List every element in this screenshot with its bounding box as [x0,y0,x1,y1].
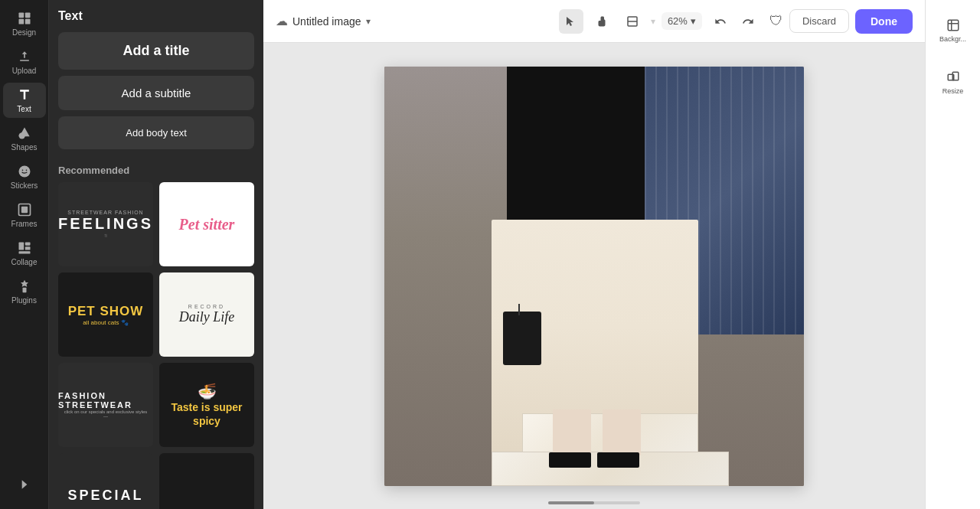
plugins-icon [17,279,32,294]
expand-icon [17,477,32,492]
cursor-tool-button[interactable] [559,9,583,34]
text-panel-icon [17,87,32,103]
sidebar-item-shapes-label: Shapes [11,143,38,152]
discard-button[interactable]: Discard [789,9,849,33]
cursor-icon [565,15,577,28]
svg-rect-1 [24,13,30,18]
design-icon [17,11,32,26]
svg-rect-12 [24,243,30,246]
toolbar-center: ▾ 62% ▾ [559,9,760,34]
hand-tool-button[interactable] [590,9,614,34]
svg-rect-2 [18,19,24,24]
toolbar-right: 🛡 Discard Done [769,9,913,34]
svg-point-7 [21,170,23,171]
frames-icon [17,202,32,217]
shield-icon: 🛡 [769,13,783,29]
template-card-dailylife[interactable]: RECORD Daily Life [159,272,254,357]
sidebar-item-text[interactable]: Text [3,83,46,118]
undo-redo-group [708,9,760,34]
template-card-feelings[interactable]: streetwear fashion FEELINGS ◾ [58,182,153,266]
svg-rect-13 [24,246,30,250]
add-title-button[interactable]: Add a title [58,32,254,70]
zoom-control[interactable]: 62% ▾ [662,12,702,30]
svg-rect-10 [21,207,27,213]
file-name: Untitled image [292,15,361,28]
file-dropdown-chevron[interactable]: ▾ [366,16,371,27]
zoom-level: 62% [668,15,688,27]
sidebar-item-collage[interactable]: Collage [3,236,46,271]
grid-tool-button[interactable] [620,9,645,34]
toolbar-divider: ▾ [651,16,655,27]
redo-button[interactable] [736,9,760,34]
svg-marker-16 [567,17,573,26]
svg-point-6 [18,166,30,178]
right-panel: Backgr... Resize [925,0,980,509]
undo-button[interactable] [708,9,733,34]
add-body-button[interactable]: Add body text [58,116,254,149]
main-area: ☁ Untitled image ▾ ▾ [263,0,925,509]
sidebar-expand-button[interactable] [3,472,46,497]
text-panel-title: Text [58,9,254,23]
grid-icon [626,15,639,28]
svg-point-8 [25,170,27,171]
svg-rect-3 [24,19,30,24]
sidebar: Design Upload Text Shapes Stickers [0,0,49,509]
sidebar-item-plugins[interactable]: Plugins [3,274,46,309]
sidebar-item-design-label: Design [12,28,36,37]
sidebar-item-design[interactable]: Design [3,6,46,41]
collage-icon [17,240,32,256]
sidebar-item-plugins-label: Plugins [11,296,37,305]
file-info: ☁ Untitled image ▾ [276,14,550,28]
sidebar-item-frames[interactable]: Frames [3,197,46,233]
zoom-chevron-icon: ▾ [691,15,696,27]
resize-icon [946,70,960,84]
template-card-empty[interactable] [159,453,254,509]
undo-icon [714,15,727,28]
canvas-scroll-bar[interactable] [548,501,640,504]
done-button[interactable]: Done [855,9,913,34]
resize-panel-button[interactable]: Resize [929,58,978,107]
svg-rect-15 [22,288,26,293]
background-icon [946,18,960,32]
hand-icon [596,15,608,28]
template-card-special[interactable]: SPECIAL [58,453,153,509]
svg-rect-19 [948,20,959,31]
redo-icon [742,15,754,28]
text-panel: Text Add a title Add a subtitle Add body… [49,0,263,509]
svg-rect-0 [18,13,24,18]
template-card-petsitter[interactable]: Pet sitter [159,182,254,266]
background-label: Backgr... [939,35,966,43]
svg-marker-5 [19,128,29,137]
sidebar-item-upload-label: Upload [12,67,37,75]
background-panel-button[interactable]: Backgr... [929,6,978,55]
sidebar-item-upload[interactable]: Upload [3,44,46,80]
sidebar-item-collage-label: Collage [11,258,38,266]
recommended-section-label: Recommended [58,165,254,176]
sidebar-item-text-label: Text [17,105,31,113]
sidebar-item-shapes[interactable]: Shapes [3,121,46,156]
sidebar-item-stickers-label: Stickers [11,181,38,190]
top-bar: ☁ Untitled image ▾ ▾ [263,0,925,43]
svg-rect-11 [18,243,24,250]
add-subtitle-button[interactable]: Add a subtitle [58,76,254,110]
template-card-fashion[interactable]: FASHION STREETWEAR click on our specials… [58,363,153,447]
sidebar-item-stickers[interactable]: Stickers [3,159,46,194]
canvas-scroll-thumb[interactable] [548,501,594,504]
canvas-area[interactable] [263,43,925,509]
upload-icon [17,49,32,64]
shapes-icon [17,126,32,141]
stickers-icon [17,164,32,179]
cloud-icon: ☁ [276,14,288,28]
canvas-image [384,67,804,486]
template-card-petshow[interactable]: PET SHOW all about cats 🐾 [58,272,153,357]
svg-rect-14 [18,251,30,253]
template-card-spicy[interactable]: 🍜 Taste is super spicy [159,363,254,447]
resize-label: Resize [942,87,964,95]
sidebar-item-frames-label: Frames [11,220,38,228]
template-grid: streetwear fashion FEELINGS ◾ Pet sitter… [58,182,254,509]
